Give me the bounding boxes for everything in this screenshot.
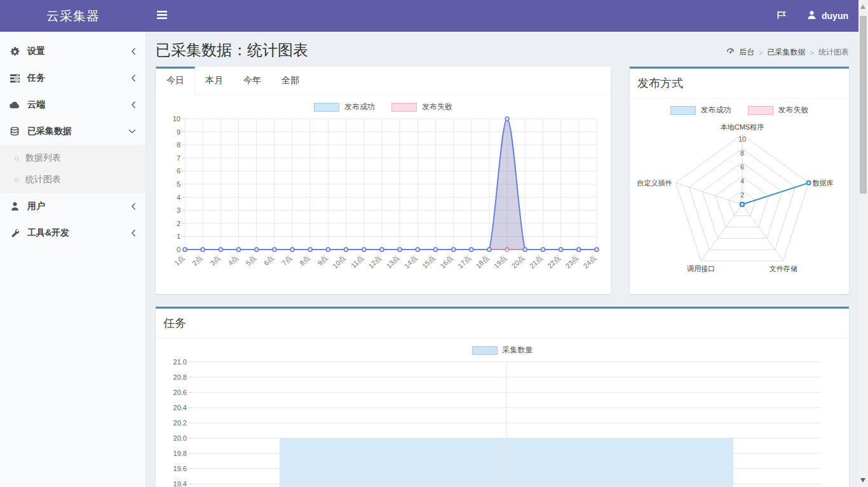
radar-chart-container: 246810本地CMS程序数据库文件存储调用接口自定义插件	[630, 118, 849, 283]
sidebar-item-settings[interactable]: 设置	[0, 38, 146, 65]
top-navbar: 云采集器 duyun	[0, 0, 858, 32]
tasks-bar-chart[interactable]: 21.020.820.620.420.220.019.819.619.419.2…	[163, 358, 841, 487]
svg-text:24点: 24点	[581, 254, 597, 270]
breadcrumb-collected-data[interactable]: 已采集数据	[768, 47, 806, 58]
svg-text:文件存储: 文件存储	[769, 265, 797, 272]
wrench-icon	[10, 229, 20, 237]
publish-method-radar-chart[interactable]: 246810本地CMS程序数据库文件存储调用接口自定义插件	[637, 118, 843, 283]
sidebar-item-cloud[interactable]: 云端	[0, 91, 146, 118]
svg-text:17点: 17点	[456, 254, 472, 270]
sidebar-subitem-stats-charts[interactable]: ○ 统计图表	[0, 169, 146, 190]
brand-title: 云采集器	[46, 8, 100, 25]
charts-row: 今日 本月 今年 全部 发布成功发布失败 0123456789101点2点3点4…	[156, 67, 849, 294]
sidebar-item-label: 用户	[27, 201, 45, 212]
user-icon	[807, 10, 817, 22]
legend-item[interactable]: 发布失败	[391, 102, 452, 112]
svg-text:数据库: 数据库	[812, 179, 833, 187]
svg-text:8: 8	[177, 141, 180, 149]
tab-this-year[interactable]: 今年	[233, 67, 271, 95]
scrollbar-down-arrow[interactable]	[860, 478, 865, 483]
brand-logo[interactable]: 云采集器	[0, 0, 146, 32]
legend-label: 发布失败	[778, 105, 809, 116]
legend-item[interactable]: 采集数量	[472, 345, 533, 356]
svg-text:0: 0	[177, 246, 180, 253]
svg-text:23点: 23点	[564, 254, 580, 270]
svg-text:调用接口: 调用接口	[686, 265, 715, 272]
legend-swatch	[314, 103, 339, 112]
sidebar-subitem-data-list[interactable]: ○ 数据列表	[0, 147, 146, 169]
svg-text:20点: 20点	[510, 254, 526, 270]
svg-text:18点: 18点	[474, 254, 490, 270]
hamburger-icon	[157, 11, 167, 21]
scrollbar-thumb[interactable]	[860, 16, 867, 194]
svg-text:19.6: 19.6	[173, 465, 187, 472]
legend-item[interactable]: 发布成功	[670, 105, 731, 116]
svg-text:4: 4	[177, 194, 180, 201]
chart-legend: 采集数量	[156, 338, 849, 358]
sidebar-item-label: 工具&开发	[27, 227, 69, 239]
svg-text:15点: 15点	[421, 254, 437, 270]
sidebar-toggle-button[interactable]	[146, 0, 178, 32]
chevron-left-icon	[131, 229, 136, 237]
svg-text:3: 3	[177, 206, 180, 214]
svg-text:21.0: 21.0	[173, 358, 187, 366]
svg-text:9: 9	[177, 128, 180, 136]
svg-text:16点: 16点	[438, 254, 454, 270]
sidebar: 设置 任务 云端 已采集数据 ○ 数据列表	[0, 32, 146, 487]
svg-text:10: 10	[173, 115, 180, 123]
tab-all[interactable]: 全部	[271, 67, 309, 95]
cloud-icon	[10, 102, 20, 109]
sidebar-item-collected-data[interactable]: 已采集数据	[0, 118, 146, 145]
svg-text:19.8: 19.8	[173, 450, 187, 457]
flag-icon	[777, 11, 787, 22]
legend-label: 发布成功	[701, 105, 731, 116]
user-menu-button[interactable]: duyun	[797, 0, 858, 32]
tab-this-month[interactable]: 本月	[195, 67, 233, 95]
sidebar-item-users[interactable]: 用户	[0, 193, 146, 220]
dashboard-icon	[726, 48, 735, 57]
panel-title: 发布方式	[630, 69, 849, 98]
svg-text:10点: 10点	[331, 254, 347, 270]
svg-text:4点: 4点	[226, 254, 240, 267]
legend-item[interactable]: 发布成功	[314, 102, 375, 112]
svg-text:19点: 19点	[492, 254, 508, 270]
legend-swatch	[391, 103, 417, 112]
publish-line-chart[interactable]: 0123456789101点2点3点4点5点6点7点8点9点10点11点12点1…	[163, 115, 603, 285]
svg-text:6: 6	[177, 167, 180, 175]
main-content: 已采集数据：统计图表 后台 > 已采集数据 > 统计图表 今日 本月 今年 全部…	[146, 32, 858, 487]
svg-text:20.6: 20.6	[173, 389, 187, 396]
svg-text:2: 2	[740, 191, 743, 199]
breadcrumb-home[interactable]: 后台	[739, 47, 754, 58]
collected-data-submenu: ○ 数据列表 ○ 统计图表	[0, 145, 146, 193]
svg-text:6: 6	[740, 163, 743, 171]
svg-text:20.2: 20.2	[173, 419, 187, 427]
sidebar-item-label: 任务	[27, 72, 45, 84]
svg-text:5: 5	[177, 180, 180, 188]
svg-text:8: 8	[740, 149, 743, 157]
tab-today[interactable]: 今日	[156, 67, 195, 95]
svg-text:7点: 7点	[280, 254, 294, 267]
database-icon	[10, 127, 20, 137]
chevron-left-icon	[131, 101, 136, 109]
scrollbar-up-arrow[interactable]	[860, 4, 865, 9]
svg-text:11点: 11点	[349, 254, 365, 269]
svg-text:10: 10	[738, 135, 745, 143]
gear-icon	[10, 47, 20, 57]
svg-text:8点: 8点	[298, 254, 311, 267]
sidebar-item-tasks[interactable]: 任务	[0, 65, 146, 91]
tasks-panel: 任务 采集数量 21.020.820.620.420.220.019.819.6…	[156, 307, 849, 487]
svg-text:20.4: 20.4	[173, 404, 187, 411]
legend-item[interactable]: 发布失败	[748, 105, 809, 116]
svg-text:3点: 3点	[208, 254, 222, 267]
svg-text:6点: 6点	[262, 254, 276, 267]
breadcrumb-current: 统计图表	[818, 47, 849, 58]
legend-label: 发布失败	[422, 102, 452, 112]
svg-text:20.0: 20.0	[173, 434, 187, 442]
svg-text:本地CMS程序: 本地CMS程序	[720, 123, 763, 131]
legend-swatch	[670, 106, 696, 115]
page-scrollbar[interactable]	[858, 0, 868, 487]
svg-text:自定义插件: 自定义插件	[637, 179, 672, 187]
chevron-down-icon	[128, 129, 136, 134]
sidebar-item-tools-dev[interactable]: 工具&开发	[0, 220, 146, 246]
flag-menu-button[interactable]	[767, 0, 797, 32]
